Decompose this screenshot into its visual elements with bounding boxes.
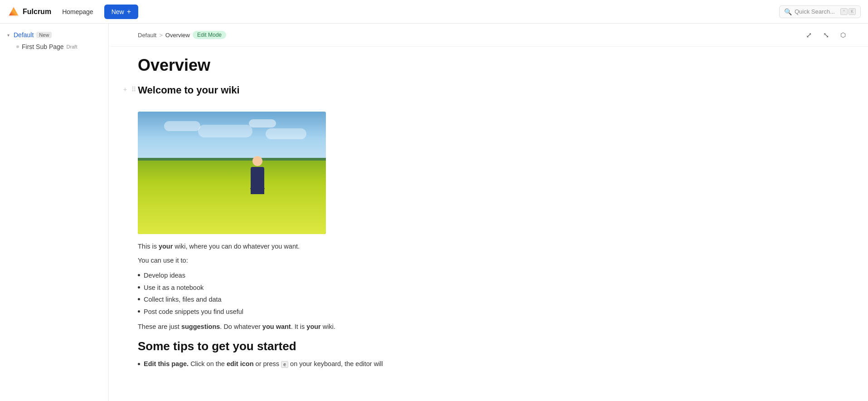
breadcrumb-separator: >	[159, 32, 163, 39]
tip-1-bold: Edit this page.	[144, 360, 189, 367]
page-content: Overview + ⠿ Welcome to your wiki	[111, 47, 519, 390]
sidebar-subitem-label: First Sub Page	[22, 43, 64, 50]
homepage-nav-link[interactable]: Homepage	[58, 6, 97, 17]
fulcrum-logo-icon	[7, 5, 20, 18]
list-item-3: Collect links, files and data	[138, 293, 491, 306]
main-content-area: Default > Overview Edit Mode ⤢ ⤡ ⬡ Overv…	[111, 24, 868, 401]
sidebar-default-label: Default	[14, 31, 34, 39]
plus-icon: +	[127, 8, 131, 16]
tip-1-suffix3: on your keyboard, the editor will	[290, 360, 383, 367]
page-header-bar: Default > Overview Edit Mode ⤢ ⤡ ⬡	[111, 24, 868, 47]
tip-1-suffix: Click on the	[190, 360, 227, 367]
sidebar-item-default[interactable]: ▾ Default New	[0, 29, 108, 41]
shrink-icon: ⤡	[823, 31, 829, 39]
edit-mode-badge[interactable]: Edit Mode	[193, 31, 226, 39]
list-item-1-text: Develop ideas	[144, 270, 185, 281]
suggestions-mid2: . It is	[291, 323, 307, 330]
intro-prefix: This is	[138, 243, 159, 250]
sidebar-new-badge: New	[36, 32, 52, 38]
welcome-heading-block: + ⠿ Welcome to your wiki	[138, 84, 491, 104]
add-block-icon[interactable]: +	[121, 85, 129, 94]
welcome-heading: Welcome to your wiki	[138, 84, 240, 97]
intro-bold-your: your	[159, 243, 173, 250]
tip-item-1: Edit this page. Click on the edit icon o…	[138, 359, 491, 369]
suggestions-bold2: you want	[262, 323, 291, 330]
sidebar: ▾ Default New First Sub Page Draft	[0, 24, 109, 401]
person-body	[251, 167, 264, 194]
new-button-label: New	[112, 8, 124, 15]
page-title: Overview	[138, 56, 491, 75]
intro-suffix: wiki, where you can do whatever you want…	[173, 243, 300, 250]
image-field	[138, 161, 326, 234]
search-icon: 🔍	[784, 8, 792, 15]
tip-bullet-1	[138, 363, 140, 365]
bullet-icon-4	[138, 310, 140, 313]
suggestions-suffix: wiki.	[321, 323, 335, 330]
ctrl-key: ⌃	[840, 8, 848, 15]
list-item-2: Use it as a notebook	[138, 282, 491, 294]
feature-list: Develop ideas Use it as a notebook Colle…	[138, 269, 491, 318]
bullet-icon-1	[138, 274, 140, 276]
suggestions-bold1: suggestions	[181, 323, 220, 330]
logo-area[interactable]: Fulcrum	[7, 5, 51, 18]
wiki-hero-image	[138, 112, 326, 234]
bullet-icon-2	[138, 286, 140, 289]
person-head	[252, 156, 262, 166]
tips-section-heading: Some tips to get you started	[138, 339, 491, 353]
tip-1-bold2: edit icon	[227, 360, 254, 367]
suggestions-bold3: your	[306, 323, 320, 330]
bullet-icon-3	[138, 298, 140, 300]
list-item-2-text: Use it as a notebook	[144, 282, 204, 293]
intro-para-2: You can use it to:	[138, 255, 491, 266]
list-item-4: Post code snippets you find useful	[138, 306, 491, 318]
suggestions-mid: . Do whatever	[220, 323, 262, 330]
image-person	[242, 156, 273, 224]
search-keyboard-shortcut: ⌃ K	[840, 8, 856, 15]
main-layout: ▾ Default New First Sub Page Draft Defau…	[0, 24, 868, 401]
share-icon: ⬡	[840, 31, 846, 39]
list-item-4-text: Post code snippets you find useful	[144, 306, 243, 318]
logo-text: Fulcrum	[23, 8, 51, 16]
expand-button[interactable]: ⤢	[802, 28, 815, 42]
suggestions-para: These are just suggestions. Do whatever …	[138, 322, 491, 332]
block-toolbar: + ⠿	[121, 85, 138, 94]
list-item-3-text: Collect links, files and data	[144, 294, 222, 305]
tip-1-suffix2: or press	[256, 360, 281, 367]
tip-1-kbd: e	[281, 361, 288, 368]
breadcrumb-parent[interactable]: Default	[138, 32, 156, 39]
top-navigation: Fulcrum Homepage New + 🔍 Quick Search...…	[0, 0, 868, 24]
sidebar-draft-badge: Draft	[67, 44, 78, 49]
chevron-down-icon: ▾	[5, 33, 11, 38]
list-item-1: Develop ideas	[138, 269, 491, 282]
search-placeholder: Quick Search...	[795, 8, 835, 15]
new-button[interactable]: New +	[104, 5, 138, 19]
sidebar-item-first-sub-page[interactable]: First Sub Page Draft	[0, 41, 108, 53]
expand-icon: ⤢	[806, 31, 812, 39]
intro-para-1: This is your wiki, where you can do what…	[138, 241, 491, 252]
search-box[interactable]: 🔍 Quick Search... ⌃ K	[779, 5, 861, 18]
k-key: K	[849, 8, 856, 15]
sidebar-dot-icon	[16, 45, 19, 48]
breadcrumb: Default > Overview Edit Mode	[138, 31, 798, 39]
header-actions: ⤢ ⤡ ⬡	[802, 28, 850, 42]
breadcrumb-current: Overview	[165, 32, 190, 39]
share-button[interactable]: ⬡	[836, 28, 850, 42]
shrink-button[interactable]: ⤡	[819, 28, 833, 42]
tip-1-text: Edit this page. Click on the edit icon o…	[144, 359, 383, 369]
suggestions-prefix: These are just	[138, 323, 181, 330]
drag-block-icon[interactable]: ⠿	[130, 85, 138, 94]
image-clouds	[147, 117, 317, 154]
